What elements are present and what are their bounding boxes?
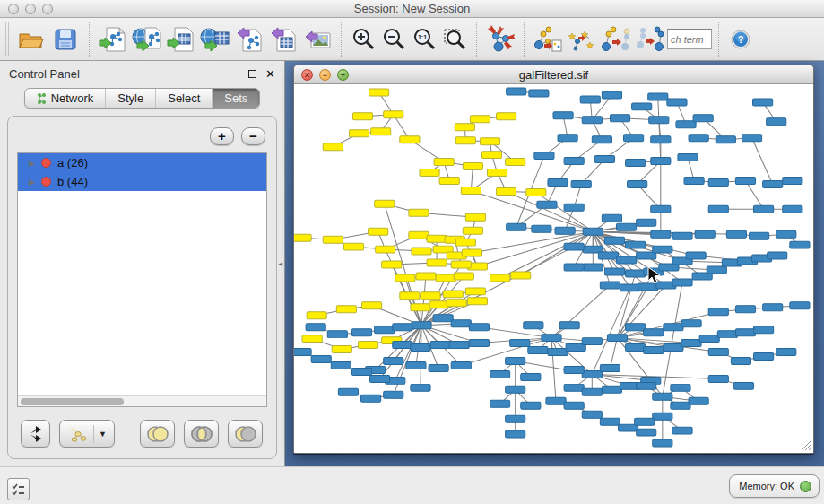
network-node[interactable] [451, 361, 471, 369]
network-node[interactable] [564, 204, 584, 211]
difference-button[interactable] [228, 420, 263, 448]
network-node[interactable] [754, 353, 774, 361]
network-node[interactable] [783, 205, 802, 213]
network-node[interactable] [672, 427, 692, 434]
network-node[interactable] [671, 402, 690, 409]
network-node[interactable] [648, 93, 668, 100]
network-node[interactable] [580, 96, 600, 103]
minimize-window-icon[interactable] [25, 4, 36, 14]
network-node[interactable] [352, 113, 372, 120]
select-from-file-icon[interactable] [565, 22, 599, 57]
close-window-icon[interactable] [8, 4, 19, 14]
network-node[interactable] [653, 413, 672, 420]
intersection-button[interactable] [184, 420, 219, 448]
tab-style[interactable]: Style [106, 89, 156, 108]
network-node[interactable] [462, 249, 481, 256]
network-node[interactable] [664, 344, 683, 352]
network-node[interactable] [537, 201, 557, 208]
network-node[interactable] [684, 177, 704, 184]
window-controls[interactable] [8, 4, 53, 14]
network-node[interactable] [461, 187, 481, 194]
memory-status-button[interactable]: Memory: OK [729, 474, 820, 498]
network-edge[interactable] [610, 338, 617, 369]
network-node[interactable] [583, 264, 603, 271]
network-node[interactable] [600, 418, 620, 425]
network-node[interactable] [693, 115, 713, 122]
show-all-icon[interactable] [633, 22, 667, 57]
network-node[interactable] [731, 358, 750, 365]
network-node[interactable] [735, 306, 755, 313]
close-panel-icon[interactable]: ✕ [265, 68, 275, 80]
network-edge[interactable] [617, 338, 691, 343]
add-set-button[interactable]: + [210, 127, 234, 145]
network-node[interactable] [564, 402, 584, 409]
zoom-selected-icon[interactable] [439, 22, 470, 57]
network-node[interactable] [708, 178, 728, 186]
network-edge[interactable] [592, 288, 629, 375]
network-node[interactable] [433, 315, 453, 322]
network-node[interactable] [470, 116, 490, 123]
network-node[interactable] [735, 177, 755, 184]
network-edge[interactable] [745, 180, 763, 209]
network-node[interactable] [626, 270, 646, 277]
network-node[interactable] [511, 272, 531, 279]
tab-network[interactable]: Network [25, 89, 107, 108]
search-input[interactable] [667, 29, 712, 49]
network-node[interactable] [564, 264, 584, 271]
network-node[interactable] [455, 137, 475, 144]
network-node[interactable] [644, 329, 664, 336]
network-node[interactable] [323, 143, 343, 151]
network-node[interactable] [678, 154, 698, 161]
network-node[interactable] [742, 135, 761, 142]
network-node[interactable] [416, 273, 436, 280]
network-node[interactable] [582, 388, 602, 395]
network-node[interactable] [672, 279, 692, 286]
network-node[interactable] [602, 91, 621, 99]
network-node[interactable] [616, 256, 636, 264]
network-node[interactable] [307, 312, 326, 319]
network-node[interactable] [708, 205, 728, 213]
network-node[interactable] [497, 187, 516, 195]
network-node[interactable] [604, 237, 624, 244]
network-node[interactable] [338, 388, 358, 395]
network-node[interactable] [649, 117, 669, 124]
network-node[interactable] [626, 324, 646, 331]
network-node[interactable] [529, 90, 549, 97]
network-node[interactable] [638, 283, 658, 291]
network-node[interactable] [651, 136, 671, 143]
close-view-icon[interactable]: ✕ [301, 69, 313, 81]
float-panel-icon[interactable] [248, 70, 256, 78]
network-node[interactable] [384, 111, 403, 118]
network-node[interactable] [699, 335, 719, 343]
network-node[interactable] [637, 219, 656, 226]
split-sets-button[interactable] [21, 420, 50, 448]
network-node[interactable] [447, 300, 466, 307]
network-node[interactable] [686, 252, 706, 259]
network-node[interactable] [400, 136, 420, 143]
network-node[interactable] [510, 340, 530, 347]
network-node[interactable] [534, 152, 554, 160]
network-node[interactable] [582, 370, 602, 378]
network-node[interactable] [664, 324, 683, 331]
network-node[interactable] [750, 232, 769, 239]
network-node[interactable] [497, 113, 516, 120]
tab-select[interactable]: Select [156, 89, 213, 108]
network-node[interactable] [783, 177, 802, 184]
network-node[interactable] [327, 331, 347, 338]
network-node[interactable] [376, 246, 395, 253]
network-node[interactable] [443, 291, 463, 298]
network-node[interactable] [336, 306, 356, 313]
network-node[interactable] [463, 163, 482, 170]
export-image-icon[interactable] [300, 22, 334, 57]
network-node[interactable] [409, 231, 429, 239]
network-node[interactable] [451, 320, 471, 327]
network-node[interactable] [735, 329, 755, 336]
task-history-button[interactable] [7, 478, 30, 500]
network-node[interactable] [455, 239, 475, 246]
network-node[interactable] [635, 418, 655, 425]
network-node[interactable] [676, 121, 696, 128]
import-table-url-icon[interactable] [198, 22, 232, 57]
network-node[interactable] [532, 225, 551, 232]
network-node[interactable] [506, 386, 525, 393]
network-node[interactable] [600, 364, 620, 371]
